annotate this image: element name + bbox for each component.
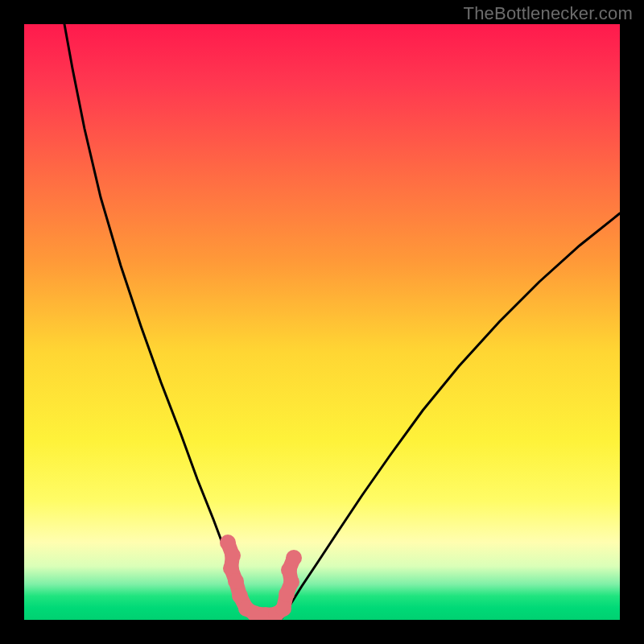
trough-marker-dot <box>228 573 244 589</box>
chart-overlay-svg <box>24 24 620 620</box>
trough-marker-dot <box>286 550 302 566</box>
watermark-text: TheBottlenecker.com <box>464 3 633 24</box>
left-descending-curve <box>64 24 258 618</box>
outer-black-frame: TheBottlenecker.com <box>0 0 644 644</box>
trough-marker-dot <box>275 601 291 617</box>
right-ascending-curve <box>282 213 620 618</box>
